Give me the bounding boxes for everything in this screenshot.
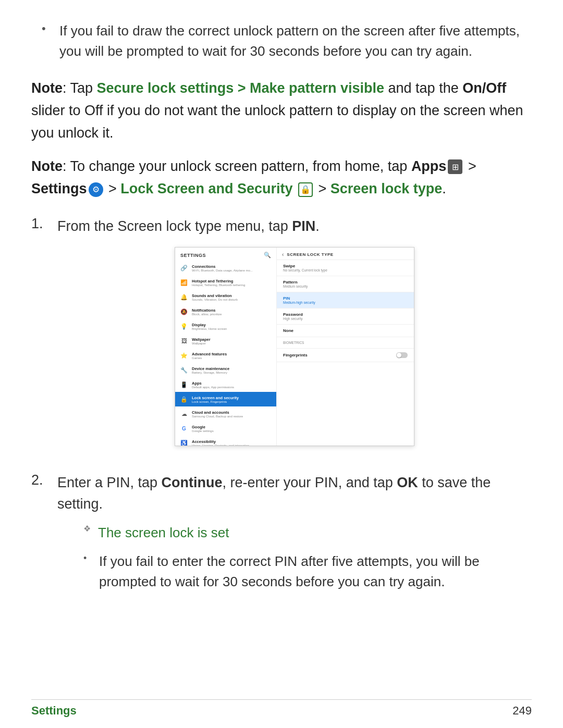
lock-settings-text: Lock screen and security Lock screen, Fi… — [192, 396, 272, 403]
notifications-icon: 🔕 — [179, 307, 189, 316]
settings-item-sounds[interactable]: 🔔 Sounds and vibration Sounds, Vibration… — [175, 290, 276, 304]
google-icon: G — [179, 424, 189, 433]
fingerprints-toggle[interactable] — [396, 352, 408, 358]
step1-bold: PIN — [292, 218, 315, 234]
step1-text-start: From the Screen lock type menu, tap — [57, 218, 292, 234]
settings-item-apps[interactable]: 📱 Apps Default apps, App permissions — [175, 377, 276, 392]
settings-item-accessibility[interactable]: ♿ Accessibility Vision, Hearing, Dexteri… — [175, 436, 276, 446]
settings-panel: SETTINGS 🔍 🔗 Connections Wi-Fi, Bluetoot… — [175, 248, 414, 446]
settings-item-wallpaper[interactable]: 🖼 Wallpaper Wallpaper — [175, 334, 276, 348]
phone-screen: SETTINGS 🔍 🔗 Connections Wi-Fi, Bluetoot… — [175, 247, 414, 446]
note2-end: . — [442, 181, 446, 196]
step1-text: From the Screen lock type menu, tap PIN. — [57, 216, 532, 237]
settings-item-connections[interactable]: 🔗 Connections Wi-Fi, Bluetooth, Data usa… — [175, 261, 276, 275]
step1-content: From the Screen lock type menu, tap PIN.… — [57, 216, 532, 462]
note-1: Note: Tap Secure lock settings > Make pa… — [31, 77, 532, 145]
note2-colon: : To change your unlock screen pattern, … — [63, 158, 411, 174]
lock-option-fingerprints[interactable]: Fingerprints — [277, 349, 414, 362]
wallpaper-icon: 🖼 — [179, 336, 189, 346]
step2-sub-bullet: • If you fail to enter the correct PIN a… — [83, 551, 532, 592]
lock-settings-title: Lock screen and security — [192, 396, 272, 400]
note-2: Note: To change your unlock screen patte… — [31, 155, 532, 200]
lock-option-pattern[interactable]: Pattern Medium security — [277, 276, 414, 292]
display-sub: Brightness, Home screen — [192, 327, 272, 330]
google-text: Google Google settings — [192, 425, 272, 433]
advanced-sub: Games — [192, 356, 272, 360]
accessibility-sub: Vision, Hearing, Dexterity, and interact… — [192, 444, 272, 446]
settings-item-cloud[interactable]: ☁ Cloud and accounts Samsung Cloud, Back… — [175, 406, 276, 421]
settings-item-display[interactable]: 💡 Display Brightness, Home screen — [175, 319, 276, 334]
advanced-icon: ⭐ — [179, 351, 189, 360]
notifications-title: Notifications — [192, 308, 272, 313]
fingerprints-title: Fingerprints — [283, 353, 308, 357]
accessibility-icon: ♿ — [179, 438, 189, 446]
top-bullet: • If you fail to draw the correct unlock… — [31, 21, 532, 61]
settings-header: SETTINGS 🔍 — [175, 248, 276, 261]
hotspot-text: Hotspot and Tethering Hotspot, Tethering… — [192, 279, 272, 287]
device-sub: Battery, Storage, Memory — [192, 371, 272, 374]
pattern-title: Pattern — [283, 280, 408, 285]
note2-apps: Apps — [411, 158, 447, 174]
settings-item-device[interactable]: 🔧 Device maintenance Battery, Storage, M… — [175, 363, 276, 377]
step2-bold2: OK — [397, 475, 418, 490]
step-list: 1. From the Screen lock type menu, tap P… — [31, 216, 532, 598]
bullet-symbol: • — [42, 21, 54, 61]
sounds-text: Sounds and vibration Sounds, Vibration, … — [192, 293, 272, 301]
wallpaper-title: Wallpaper — [192, 337, 272, 342]
lock-panel: ‹ SCREEN LOCK TYPE Swipe No security, Cu… — [277, 248, 414, 446]
connections-sub: Wi-Fi, Bluetooth, Data usage, Airplane m… — [192, 269, 272, 272]
pattern-sub: Medium security — [283, 285, 408, 288]
note1-bold1: On/Off — [462, 80, 506, 96]
lock-option-password[interactable]: Password High security — [277, 309, 414, 325]
back-arrow-icon[interactable]: ‹ — [282, 252, 284, 257]
note1-colon: : Tap — [63, 80, 97, 96]
biometrics-label: BIOMETRICS — [283, 341, 408, 344]
step1-number: 1. — [31, 216, 57, 462]
display-text: Display Brightness, Home screen — [192, 323, 272, 330]
cloud-text: Cloud and accounts Samsung Cloud, Backup… — [192, 410, 272, 418]
note2-rest2: > — [105, 181, 121, 196]
notifications-text: Notifications Block, allow, prioritize — [192, 308, 272, 316]
apps-settings-icon: 📱 — [179, 380, 189, 389]
settings-item-notifications[interactable]: 🔕 Notifications Block, allow, prioritize — [175, 304, 276, 319]
apps-settings-sub: Default apps, App permissions — [192, 386, 272, 389]
device-title: Device maintenance — [192, 366, 272, 371]
connections-icon: 🔗 — [179, 263, 189, 273]
settings-title: SETTINGS — [180, 253, 206, 258]
lock-settings-sub: Lock screen, Fingerprints — [192, 400, 272, 403]
wallpaper-text: Wallpaper Wallpaper — [192, 337, 272, 345]
step2-sub-result: ❖ The screen lock is set — [83, 523, 532, 543]
settings-left: SETTINGS 🔍 🔗 Connections Wi-Fi, Bluetoot… — [175, 248, 277, 446]
note2-rest4: > — [314, 181, 331, 196]
settings-item-google[interactable]: G Google Google settings — [175, 421, 276, 436]
step2-text-mid: , re-enter your PIN, and tap — [223, 475, 397, 490]
note1-rest2: slider to Off if you do not want the unl… — [31, 103, 523, 141]
note2-and-security: and Security — [208, 181, 292, 196]
swipe-title: Swipe — [283, 264, 408, 268]
settings-item-hotspot[interactable]: 📶 Hotspot and Tethering Hotspot, Tetheri… — [175, 275, 276, 290]
wallpaper-sub: Wallpaper — [192, 342, 272, 345]
settings-item-advanced[interactable]: ⭐ Advanced features Games — [175, 348, 276, 363]
notifications-sub: Block, allow, prioritize — [192, 313, 272, 316]
lock-option-none[interactable]: None — [277, 325, 414, 337]
lock-option-pin[interactable]: PIN Medium-high security — [277, 292, 414, 309]
step2-number: 2. — [31, 472, 57, 597]
step1-text-end: . — [315, 218, 320, 234]
step2-text-start: Enter a PIN, tap — [57, 475, 162, 490]
sounds-sub: Sounds, Vibration, Do not disturb — [192, 298, 272, 301]
display-icon: 💡 — [179, 322, 189, 331]
hotspot-icon: 📶 — [179, 278, 189, 287]
device-icon: 🔧 — [179, 365, 189, 375]
page-content: • If you fail to draw the correct unlock… — [0, 0, 563, 639]
cloud-sub: Samsung Cloud, Backup and restore — [192, 415, 272, 418]
lock-option-swipe[interactable]: Swipe No security, Current lock type — [277, 260, 414, 276]
note1-label: Note — [31, 80, 63, 96]
settings-search-icon[interactable]: 🔍 — [264, 252, 272, 258]
apps-settings-text: Apps Default apps, App permissions — [192, 381, 272, 389]
settings-item-lock[interactable]: 🔒 Lock screen and security Lock screen, … — [175, 392, 276, 406]
step-1: 1. From the Screen lock type menu, tap P… — [31, 216, 532, 462]
top-bullet-text: If you fail to draw the correct unlock p… — [59, 21, 532, 61]
step2-bold1: Continue — [162, 475, 223, 490]
step2-sub1-text: The screen lock is set — [98, 523, 229, 543]
hotspot-sub: Hotspot, Tethering, Bluetooth tethering — [192, 283, 272, 287]
